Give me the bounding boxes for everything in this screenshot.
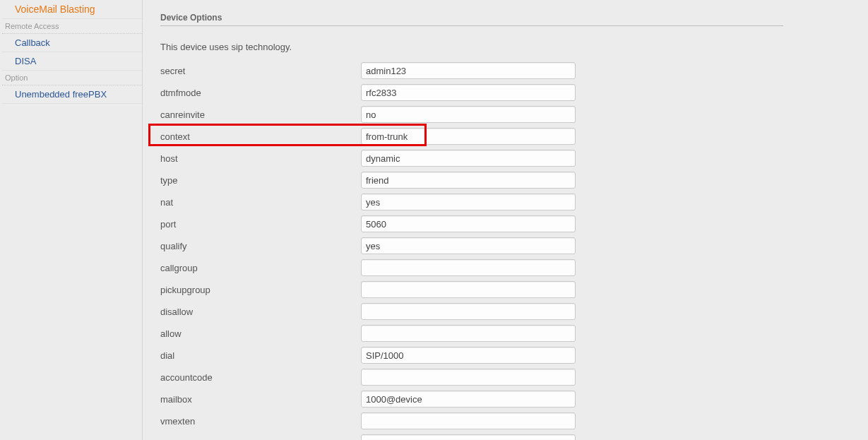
input-canreinvite[interactable] [361, 106, 576, 123]
input-nat[interactable] [361, 194, 576, 210]
nav-callback[interactable]: Callback [2, 34, 142, 52]
input-accountcode[interactable] [361, 369, 576, 386]
input-vmexten[interactable] [361, 412, 576, 429]
label-callgroup: callgroup [160, 263, 361, 273]
input-disallow[interactable] [361, 303, 576, 320]
label-allow: allow [160, 328, 361, 339]
row-deny: deny [160, 434, 783, 440]
label-deny: deny [160, 438, 361, 441]
input-port[interactable] [361, 215, 576, 232]
row-context: context [160, 128, 783, 145]
row-pickupgroup: pickupgroup [160, 281, 783, 298]
row-port: port [160, 215, 783, 232]
device-options-form: secretdtmfmodecanreinvitecontexthosttype… [160, 62, 783, 440]
label-disallow: disallow [160, 307, 361, 317]
input-qualify[interactable] [361, 237, 576, 254]
row-dial: dial [160, 347, 783, 364]
label-mailbox: mailbox [160, 394, 361, 405]
row-callgroup: callgroup [160, 259, 783, 276]
input-pickupgroup[interactable] [361, 281, 576, 298]
row-qualify: qualify [160, 237, 783, 254]
row-nat: nat [160, 194, 783, 210]
row-canreinvite: canreinvite [160, 106, 783, 123]
label-type: type [160, 175, 361, 186]
sip-technology-note: This device uses sip technology. [160, 42, 783, 52]
row-accountcode: accountcode [160, 369, 783, 386]
sidebar: VoiceMail Blasting Remote Access Callbac… [2, 0, 142, 104]
row-type: type [160, 172, 783, 189]
vertical-divider [142, 0, 143, 440]
nav-header-remote-access: Remote Access [2, 19, 142, 34]
input-allow[interactable] [361, 325, 576, 342]
row-mailbox: mailbox [160, 391, 783, 408]
label-context: context [160, 131, 361, 142]
label-canreinvite: canreinvite [160, 109, 361, 120]
input-secret[interactable] [361, 62, 576, 79]
label-host: host [160, 153, 361, 164]
input-callgroup[interactable] [361, 259, 576, 276]
label-vmexten: vmexten [160, 416, 361, 427]
nav-voicemail-blasting[interactable]: VoiceMail Blasting [2, 0, 142, 19]
content-area: Device Options This device uses sip tech… [160, 0, 868, 440]
row-host: host [160, 150, 783, 167]
label-nat: nat [160, 197, 361, 208]
row-disallow: disallow [160, 303, 783, 320]
input-context[interactable] [361, 128, 576, 145]
label-accountcode: accountcode [160, 372, 361, 383]
input-mailbox[interactable] [361, 391, 576, 408]
input-host[interactable] [361, 150, 576, 167]
label-dtmfmode: dtmfmode [160, 88, 361, 98]
row-secret: secret [160, 62, 783, 79]
nav-unembedded-freepbx[interactable]: Unembedded freePBX [2, 85, 142, 104]
input-type[interactable] [361, 172, 576, 189]
row-vmexten: vmexten [160, 412, 783, 429]
nav-header-option: Option [2, 71, 142, 85]
input-dial[interactable] [361, 347, 576, 364]
input-deny[interactable] [361, 434, 576, 440]
label-qualify: qualify [160, 241, 361, 251]
input-dtmfmode[interactable] [361, 84, 576, 101]
label-secret: secret [160, 66, 361, 76]
nav-disa[interactable]: DISA [2, 52, 142, 71]
label-dial: dial [160, 350, 361, 361]
row-dtmfmode: dtmfmode [160, 84, 783, 101]
label-pickupgroup: pickupgroup [160, 285, 361, 295]
row-allow: allow [160, 325, 783, 342]
label-port: port [160, 219, 361, 230]
section-title-device-options: Device Options [160, 13, 783, 26]
